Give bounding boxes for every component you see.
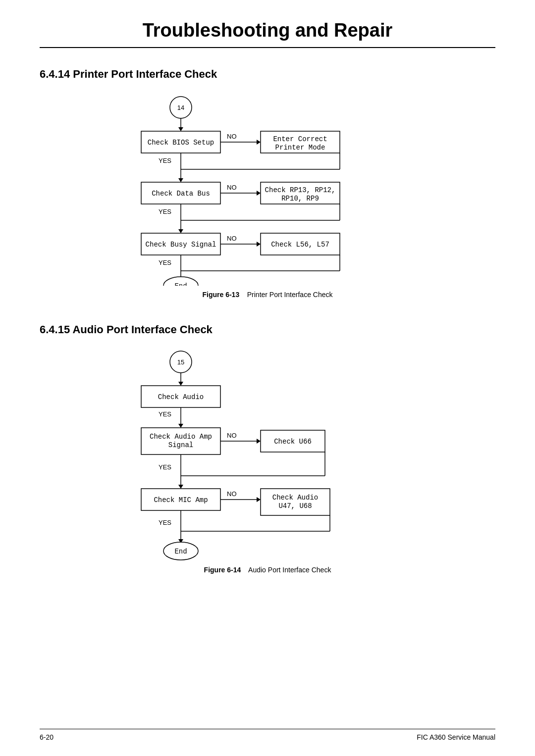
footer-manual-name: FIC A360 Service Manual (417, 733, 495, 741)
svg-text:Check Data Bus: Check Data Bus (152, 190, 210, 198)
svg-marker-21 (257, 191, 261, 196)
svg-text:NO: NO (227, 490, 237, 498)
svg-text:Check Busy Signal: Check Busy Signal (146, 241, 216, 249)
flowchart-printer: 14 Check BIOS Setup NO Enter Correct Pri… (94, 93, 441, 286)
footer-page-number: 6-20 (40, 733, 54, 741)
svg-text:NO: NO (227, 432, 237, 439)
svg-text:U47, U68: U47, U68 (278, 502, 312, 510)
svg-text:Check RP13, RP12,: Check RP13, RP12, (265, 186, 336, 194)
svg-marker-69 (178, 485, 183, 489)
svg-text:YES: YES (159, 519, 171, 526)
svg-text:NO: NO (227, 235, 237, 242)
section-printer-port: 6.4.14 Printer Port Interface Check 14 C… (40, 68, 495, 299)
svg-marker-17 (178, 178, 183, 182)
svg-text:14: 14 (177, 104, 184, 111)
svg-marker-55 (178, 424, 183, 428)
svg-text:Printer Mode: Printer Mode (275, 144, 325, 151)
svg-text:YES: YES (159, 259, 171, 266)
section-audio-port: 6.4.15 Audio Port Interface Check 15 Che… (40, 323, 495, 574)
figure-14-caption: Figure 6-14 Audio Port Interface Check (40, 566, 495, 574)
svg-text:Check MIC Amp: Check MIC Amp (154, 496, 208, 504)
svg-text:YES: YES (159, 208, 171, 215)
page-title: Troubleshooting and Repair (40, 20, 495, 41)
svg-marker-73 (257, 497, 261, 502)
page-header: Troubleshooting and Repair (40, 20, 495, 48)
svg-text:NO: NO (227, 184, 237, 191)
page-footer: 6-20 FIC A360 Service Manual (40, 729, 495, 741)
svg-text:Check U66: Check U66 (274, 438, 312, 446)
svg-marker-35 (257, 242, 261, 247)
svg-text:RP10, RP9: RP10, RP9 (281, 195, 319, 202)
svg-text:End: End (174, 282, 187, 286)
section-heading-audio: 6.4.15 Audio Port Interface Check (40, 323, 495, 336)
svg-text:YES: YES (159, 463, 171, 471)
svg-marker-3 (178, 127, 183, 131)
svg-marker-50 (178, 382, 183, 386)
figure-13-caption: Figure 6-13 Printer Port Interface Check (40, 291, 495, 299)
svg-marker-7 (257, 140, 261, 145)
svg-text:15: 15 (177, 358, 184, 366)
svg-text:YES: YES (159, 410, 171, 418)
svg-text:End: End (174, 548, 187, 555)
svg-marker-60 (257, 439, 261, 444)
svg-text:Check L56, L57: Check L56, L57 (271, 241, 329, 249)
svg-text:Enter Correct: Enter Correct (273, 135, 327, 143)
svg-text:Check BIOS Setup: Check BIOS Setup (148, 139, 214, 147)
section-heading-printer: 6.4.14 Printer Port Interface Check (40, 68, 495, 81)
svg-text:Check Audio Amp: Check Audio Amp (150, 433, 212, 441)
svg-text:NO: NO (227, 133, 237, 140)
page: Troubleshooting and Repair 6.4.14 Printe… (0, 0, 535, 756)
svg-marker-31 (178, 229, 183, 233)
svg-text:Check Audio: Check Audio (272, 494, 318, 502)
svg-text:Signal: Signal (168, 441, 193, 449)
svg-text:Check Audio: Check Audio (158, 393, 204, 401)
svg-text:YES: YES (159, 157, 171, 164)
flowchart-audio: 15 Check Audio YES Check Audio Amp Signa… (94, 348, 441, 561)
